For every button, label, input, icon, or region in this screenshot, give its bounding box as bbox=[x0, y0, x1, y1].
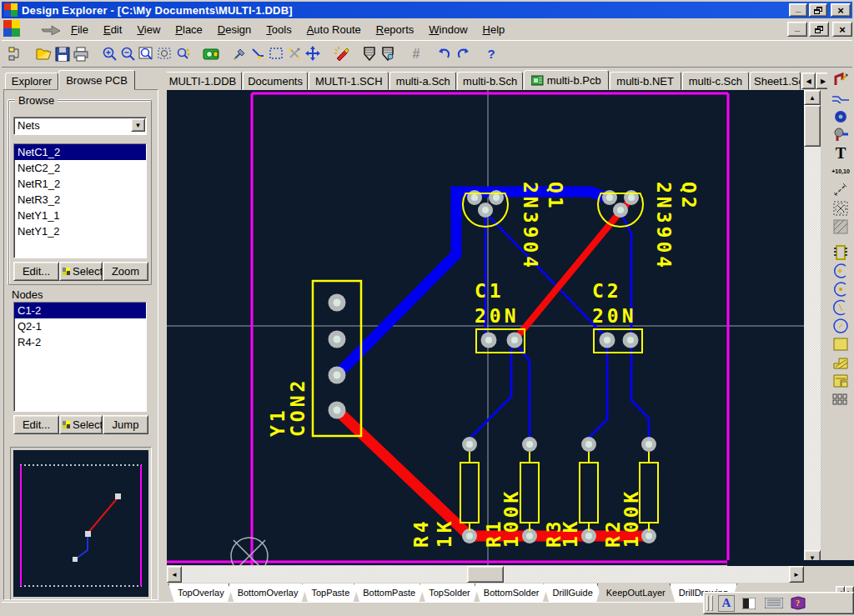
layer-tab-bottomsolder[interactable]: BottomSolder bbox=[475, 583, 549, 603]
zoom-point-icon[interactable] bbox=[173, 45, 192, 63]
horizontal-scrollbar[interactable]: ◄ ► bbox=[167, 566, 804, 583]
net-list-item[interactable]: NetY1_2 bbox=[14, 223, 146, 239]
close-button[interactable]: × bbox=[831, 3, 851, 17]
redo-icon[interactable] bbox=[454, 45, 472, 63]
child-close-button[interactable]: × bbox=[832, 22, 852, 37]
keepout-tool-icon[interactable] bbox=[830, 199, 851, 217]
tab-explorer[interactable]: Explorer bbox=[5, 73, 58, 90]
layer-tab-topsolder[interactable]: TopSolder bbox=[419, 583, 480, 603]
doc-tab-multicsch[interactable]: multi-c.Sch bbox=[682, 72, 749, 90]
child-restore-button[interactable] bbox=[809, 22, 829, 37]
node-list-item[interactable]: C1-2 bbox=[14, 303, 146, 318]
scroll-up-button[interactable]: ▲ bbox=[804, 90, 821, 105]
doc-tab-scroll-left-button[interactable]: ◀ bbox=[801, 73, 816, 89]
menu-autoroute[interactable]: Auto Route bbox=[299, 20, 369, 39]
net-list-item[interactable]: NetR1_2 bbox=[14, 176, 146, 192]
vertical-scrollbar[interactable]: ▲ ▼ bbox=[804, 90, 821, 565]
node-edit-button[interactable]: Edit... bbox=[13, 415, 59, 434]
select-area-icon[interactable] bbox=[267, 45, 285, 63]
polygon-shield-icon[interactable] bbox=[360, 45, 379, 63]
doc-tab-documents[interactable]: Documents bbox=[243, 72, 308, 90]
net-edit-button[interactable]: Edit... bbox=[13, 262, 59, 281]
help-icon[interactable]: ? bbox=[482, 45, 500, 63]
pad-tool-icon[interactable] bbox=[830, 126, 851, 143]
doc-tab-multiasch[interactable]: multi-a.Sch bbox=[389, 72, 456, 90]
doc-tab-sheet1sch[interactable]: Sheet1.Sch bbox=[750, 72, 801, 90]
node-list-item[interactable]: R4-2 bbox=[14, 334, 146, 350]
scroll-right-button[interactable]: ► bbox=[789, 566, 804, 583]
title-bar[interactable]: Design Explorer - [C:\My Documents\MULTI… bbox=[2, 2, 852, 18]
menu-tools[interactable]: Tools bbox=[259, 20, 299, 39]
doc-tab-multibnet[interactable]: multi-b.NET bbox=[610, 72, 681, 90]
doc-tab-multibpcb[interactable]: multi-b.Pcb bbox=[524, 70, 609, 90]
combo-dropdown-button[interactable]: ▼ bbox=[131, 118, 145, 132]
track-tool-icon[interactable] bbox=[830, 89, 851, 107]
menu-help[interactable]: Help bbox=[475, 20, 513, 39]
node-list[interactable]: C1-2 Q2-1 R4-2 bbox=[13, 302, 147, 412]
child-minimize-button[interactable]: _ bbox=[787, 22, 807, 37]
net-preview[interactable] bbox=[13, 450, 148, 597]
node-select-button[interactable]: Select bbox=[59, 415, 103, 434]
net-zoom-button[interactable]: Zoom bbox=[103, 262, 148, 281]
minimize-button[interactable]: _ bbox=[789, 3, 807, 17]
net-list-item[interactable]: NetY1_1 bbox=[14, 208, 146, 223]
wizard-icon[interactable] bbox=[332, 45, 350, 63]
doc-tab-multi1ddb[interactable]: MULTI-1.DDB bbox=[163, 72, 242, 90]
net-list-item[interactable]: NetR3_2 bbox=[14, 192, 146, 208]
arc-angle-tool-icon[interactable] bbox=[830, 298, 851, 316]
net-list[interactable]: NetC1_2 NetC2_2 NetR1_2 NetR3_2 NetY1_1 … bbox=[13, 143, 147, 258]
layer-tab-keepoutlayer[interactable]: KeepOutLayer bbox=[597, 583, 675, 603]
net-list-item[interactable]: NetC2_2 bbox=[14, 160, 146, 176]
help-book-icon[interactable]: ? bbox=[788, 594, 808, 613]
polygon-pour-tool-icon[interactable] bbox=[830, 353, 851, 371]
scroll-left-button[interactable]: ◄ bbox=[167, 566, 182, 583]
arc-center-tool-icon[interactable] bbox=[830, 280, 851, 298]
document-icon[interactable] bbox=[3, 20, 20, 37]
menu-place[interactable]: Place bbox=[168, 20, 210, 39]
fill-hatched-icon[interactable] bbox=[830, 218, 851, 235]
grid-toggle-icon[interactable]: # bbox=[407, 45, 425, 63]
move-icon[interactable] bbox=[304, 45, 322, 63]
keyboard-icon[interactable] bbox=[763, 595, 785, 612]
coordinate-tool-icon[interactable]: +10,10 bbox=[830, 163, 851, 180]
fill-tool-icon[interactable] bbox=[830, 335, 851, 353]
open-document-icon[interactable] bbox=[35, 45, 53, 63]
browse-mode-combobox[interactable]: Nets ▼ bbox=[13, 117, 147, 135]
node-jump-button[interactable]: Jump bbox=[103, 415, 148, 434]
menu-design[interactable]: Design bbox=[210, 20, 259, 39]
layer-tab-bottompaste[interactable]: BottomPaste bbox=[354, 583, 424, 603]
panel-divider[interactable] bbox=[160, 70, 167, 602]
restore-button[interactable] bbox=[809, 3, 827, 17]
wire-icon[interactable] bbox=[249, 45, 267, 63]
menu-window[interactable]: Window bbox=[421, 20, 475, 39]
menu-edit[interactable]: Edit bbox=[96, 20, 129, 39]
polygon-shield-move-icon[interactable] bbox=[379, 45, 397, 63]
undo-icon[interactable] bbox=[435, 45, 454, 63]
string-tool-icon[interactable]: A bbox=[718, 595, 735, 612]
layer-tab-toppaste[interactable]: TopPaste bbox=[302, 583, 359, 603]
layer-tab-bottomoverlay[interactable]: BottomOverlay bbox=[229, 583, 308, 603]
via-tool-icon[interactable] bbox=[830, 108, 851, 125]
layer-tab-drillguide[interactable]: DrillGuide bbox=[543, 583, 601, 603]
contrast-icon[interactable] bbox=[740, 595, 758, 612]
menu-view[interactable]: View bbox=[129, 20, 168, 39]
horizontal-scroll-thumb[interactable] bbox=[467, 566, 504, 583]
save-icon[interactable] bbox=[53, 45, 72, 63]
split-plane-tool-icon[interactable] bbox=[830, 372, 851, 389]
node-list-item[interactable]: Q2-1 bbox=[14, 318, 146, 334]
component-tool-icon[interactable] bbox=[830, 243, 851, 261]
doc-tab-multi1sch[interactable]: MULTI-1.SCH bbox=[309, 72, 389, 90]
full-circle-tool-icon[interactable] bbox=[830, 317, 851, 334]
vertical-scroll-thumb[interactable] bbox=[804, 105, 821, 147]
explorer-toggle-icon[interactable] bbox=[7, 45, 25, 63]
toolbar-grip[interactable] bbox=[711, 595, 713, 611]
component-array-tool-icon[interactable] bbox=[830, 390, 851, 408]
net-list-item[interactable]: NetC1_2 bbox=[14, 144, 146, 160]
zoom-in-icon[interactable] bbox=[100, 45, 118, 63]
zoom-window-icon[interactable] bbox=[137, 45, 155, 63]
zoom-area-icon[interactable] bbox=[155, 45, 173, 63]
doc-tab-multibsch[interactable]: multi-b.Sch bbox=[457, 72, 522, 90]
toolbar-grip[interactable] bbox=[706, 595, 709, 611]
cross-probe-icon[interactable] bbox=[202, 45, 220, 63]
dimension-tool-icon[interactable] bbox=[830, 181, 851, 198]
